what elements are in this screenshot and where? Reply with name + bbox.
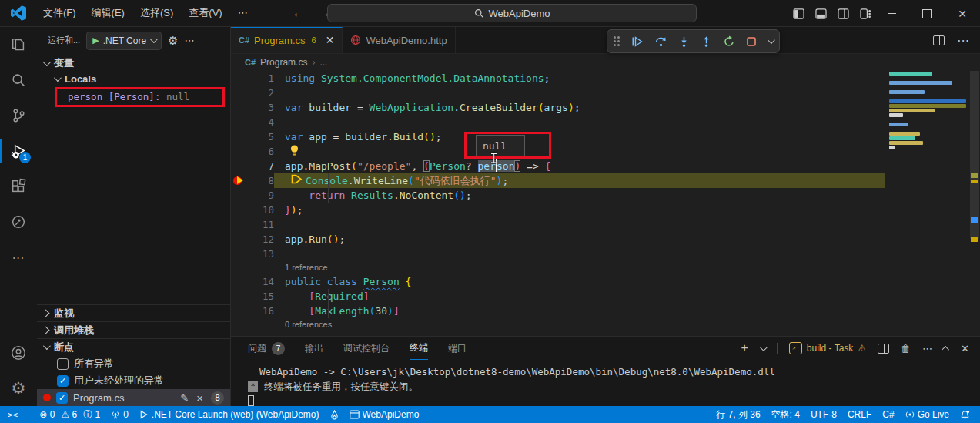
breakpoint-item-0[interactable]: 所有异常	[37, 355, 230, 372]
launch-config-button[interactable]: ▶ .NET Core	[86, 32, 162, 50]
breakpoint-item-2[interactable]: ✓Program.cs✎×8	[37, 389, 230, 406]
line-number[interactable]: 10	[248, 203, 274, 217]
run-debug-icon[interactable]: 1	[0, 133, 37, 169]
line-number[interactable]: 7	[248, 159, 274, 173]
customize-layout-icon[interactable]	[860, 8, 872, 19]
continue-icon[interactable]	[630, 35, 644, 48]
source-control-icon[interactable]	[0, 98, 37, 133]
step-out-icon[interactable]	[701, 35, 712, 48]
checkbox[interactable]: ✓	[57, 375, 69, 387]
restart-icon[interactable]	[723, 35, 735, 48]
ports-status[interactable]: 0	[105, 406, 134, 423]
account-icon[interactable]	[0, 335, 37, 371]
line-number[interactable]: 12	[248, 232, 274, 247]
panel-tab-3[interactable]: 终端	[410, 337, 428, 360]
kill-terminal-icon[interactable]: 🗑	[901, 343, 911, 354]
tab-program-cs[interactable]: C# Program.cs 6 ✕	[231, 27, 343, 53]
breakpoints-section[interactable]: 断点	[37, 338, 230, 355]
back-arrow-icon[interactable]: ←	[293, 6, 305, 20]
close-panel-icon[interactable]: ✕	[961, 343, 969, 354]
locals-group[interactable]: Locals	[37, 71, 230, 86]
code-line-15[interactable]: 15 [Required]	[231, 289, 980, 304]
menu-item-3[interactable]: 查看(V)	[181, 4, 229, 22]
go-live-status[interactable]: Go Live	[900, 406, 955, 423]
encoding-status[interactable]: UTF-8	[805, 406, 842, 423]
line-number[interactable]: 6	[248, 144, 274, 159]
eol-status[interactable]: CRLF	[842, 406, 877, 423]
sidebar-more-icon[interactable]: ⋯	[185, 35, 195, 46]
cursor-position-status[interactable]: 行 7, 列 36	[711, 406, 765, 423]
toggle-sidebar-icon[interactable]	[793, 8, 804, 19]
scrollbar[interactable]	[969, 71, 980, 336]
edit-breakpoint-icon[interactable]: ✎	[180, 392, 189, 404]
terminal-decoration[interactable]: *	[248, 381, 258, 392]
variables-section[interactable]: 变量	[37, 55, 230, 71]
line-number[interactable]: 15	[248, 289, 274, 304]
code-line-16[interactable]: 16 [MaxLength(30)]	[231, 304, 980, 318]
toolbar-grip[interactable]	[614, 36, 620, 46]
menu-item-1[interactable]: 编辑(E)	[84, 4, 132, 22]
code-line-6[interactable]: 6	[231, 144, 980, 159]
lightbulb-icon[interactable]	[289, 144, 299, 156]
menu-item-4[interactable]: ⋯	[230, 4, 256, 22]
tab-webapidemo-http[interactable]: WebApiDemo.http	[343, 27, 455, 53]
code-line-1[interactable]: 1using System.ComponentModel.DataAnnotat…	[231, 71, 980, 86]
line-number[interactable]: 9	[248, 188, 274, 203]
settings-gear-icon[interactable]: ⚙	[0, 371, 37, 406]
terminal-task-item[interactable]: >_ build - Task ⚠	[789, 342, 866, 354]
line-number[interactable]: 5	[248, 129, 274, 144]
line-number[interactable]: 2	[248, 86, 274, 100]
debug-session-status[interactable]: WebApiDemo	[344, 406, 425, 423]
split-terminal-icon[interactable]	[878, 344, 889, 354]
more-views-icon[interactable]: ⋯	[0, 240, 37, 275]
toggle-secondary-sidebar-icon[interactable]	[838, 8, 849, 19]
panel-tab-4[interactable]: 端口	[448, 337, 467, 360]
code-line-3[interactable]: 3var builder = WebApplication.CreateBuil…	[231, 100, 980, 115]
line-number[interactable]: 3	[248, 100, 274, 115]
line-number[interactable]: 4	[248, 115, 274, 129]
remote-indicator[interactable]: ><	[0, 406, 23, 423]
code-line-13[interactable]: 13	[231, 247, 980, 261]
code-line-5[interactable]: 5var app = builder.Build();	[231, 129, 980, 144]
split-editor-icon[interactable]	[933, 35, 945, 45]
line-number[interactable]: 8	[248, 173, 274, 188]
terminal-output[interactable]: WebApiDemo -> C:\Users\jk\Desktop\dotnet…	[231, 360, 980, 406]
toggle-panel-icon[interactable]	[815, 8, 827, 19]
line-number[interactable]: 14	[248, 274, 274, 289]
language-mode-status[interactable]: C#	[877, 406, 899, 423]
menu-item-2[interactable]: 选择(S)	[132, 4, 181, 22]
debug-launch-status[interactable]: .NET Core Launch (web) (WebApiDemo)	[134, 406, 325, 423]
menu-item-0[interactable]: 文件(F)	[35, 4, 84, 22]
codelens[interactable]: 0 references	[231, 318, 980, 331]
code-line-8[interactable]: 8Console.WriteLine("代码依旧会执行");	[231, 173, 980, 188]
line-number[interactable]: 1	[248, 71, 274, 86]
maximize-button[interactable]	[909, 0, 945, 27]
gauge-extension-icon[interactable]	[0, 204, 37, 240]
extensions-icon[interactable]	[0, 169, 37, 204]
editor-more-icon[interactable]: ⋯	[957, 33, 969, 48]
minimap[interactable]	[885, 71, 969, 336]
hot-reload-status[interactable]	[325, 406, 344, 423]
stop-icon[interactable]	[746, 36, 757, 47]
code-line-11[interactable]: 11	[231, 217, 980, 232]
code-line-10[interactable]: 10});	[231, 203, 980, 217]
step-over-icon[interactable]	[654, 35, 667, 48]
scrollbar-thumb[interactable]	[970, 71, 979, 239]
debug-gear-icon[interactable]: ⚙	[168, 34, 178, 48]
indentation-status[interactable]: 空格: 4	[766, 406, 805, 423]
stop-dropdown-icon[interactable]	[768, 36, 775, 44]
line-number[interactable]: 11	[248, 217, 274, 232]
close-tab-icon[interactable]: ✕	[326, 34, 335, 46]
code-line-7[interactable]: 7app.MapPost("/people", (Person? person)…	[231, 159, 980, 173]
code-line-14[interactable]: 14public class Person {	[231, 274, 980, 289]
callstack-section[interactable]: 调用堆栈	[37, 321, 230, 338]
panel-tab-0[interactable]: 问题7	[248, 337, 285, 360]
notifications-bell[interactable]	[955, 406, 975, 423]
watch-section[interactable]: 监视	[37, 304, 230, 321]
code-editor[interactable]: 1using System.ComponentModel.DataAnnotat…	[231, 71, 980, 336]
remove-breakpoint-icon[interactable]: ×	[196, 391, 203, 405]
new-terminal-icon[interactable]: +	[741, 341, 748, 355]
command-center-search[interactable]: WebApiDemo	[327, 4, 697, 22]
breakpoint-item-1[interactable]: ✓用户未经处理的异常	[37, 372, 230, 389]
code-line-4[interactable]: 4	[231, 115, 980, 129]
